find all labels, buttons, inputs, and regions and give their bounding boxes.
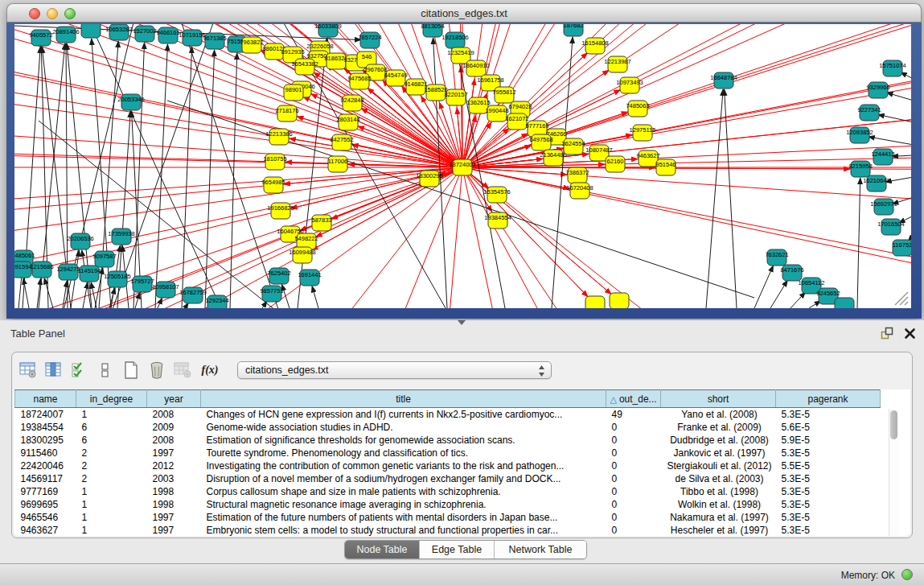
cell-name[interactable]: 9465546 xyxy=(15,511,76,524)
column-header-name[interactable]: name xyxy=(15,390,76,408)
cell-name[interactable]: 19384554 xyxy=(15,421,76,434)
cell-in_degree[interactable]: 1 xyxy=(76,498,147,511)
resize-grip-icon[interactable] xyxy=(892,289,910,307)
cell-name[interactable]: 14569117 xyxy=(15,472,76,485)
cell-year[interactable]: 2009 xyxy=(147,421,201,434)
cell-pagerank[interactable]: 5.3E-5 xyxy=(776,485,881,498)
cell-in_degree[interactable]: 2 xyxy=(76,447,147,459)
cell-out_de[interactable]: 0 xyxy=(606,524,661,537)
cell-name[interactable]: 18300295 xyxy=(15,434,76,447)
table-row[interactable]: 977716911998Corpus callosum shape and si… xyxy=(15,485,881,498)
cell-short[interactable]: Tibbo et al. (1998) xyxy=(661,485,776,498)
cell-title[interactable]: Estimation of significance thresholds fo… xyxy=(201,434,606,447)
cell-pagerank[interactable]: 5.9E-5 xyxy=(776,434,881,447)
cell-year[interactable]: 1998 xyxy=(147,485,201,498)
cell-title[interactable]: Changes of HCN gene expression and I(f) … xyxy=(201,408,606,421)
cell-short[interactable]: Hescheler et al. (1997) xyxy=(661,524,776,537)
cell-short[interactable]: Nakamura et al. (1997) xyxy=(661,511,776,524)
table-row[interactable]: 1938455462009Genome-wide association stu… xyxy=(15,421,881,434)
cell-name[interactable]: 22420046 xyxy=(15,459,76,472)
cell-in_degree[interactable]: 2 xyxy=(76,472,147,485)
cell-out_de[interactable]: 0 xyxy=(606,498,661,511)
cell-out_de[interactable]: 0 xyxy=(606,459,661,472)
cell-name[interactable]: 9463627 xyxy=(15,524,76,537)
table-row[interactable]: 1830029562008Estimation of significance … xyxy=(15,434,881,447)
cell-pagerank[interactable]: 5.5E-5 xyxy=(776,459,881,472)
tab-node-table[interactable]: Node Table xyxy=(345,541,419,558)
cell-year[interactable]: 2008 xyxy=(147,408,201,421)
close-panel-icon[interactable] xyxy=(904,328,916,340)
cell-out_de[interactable]: 0 xyxy=(606,447,661,459)
cell-out_de[interactable]: 0 xyxy=(606,511,661,524)
cell-in_degree[interactable]: 1 xyxy=(76,408,147,421)
cell-pagerank[interactable]: 5.3E-5 xyxy=(776,498,881,511)
splitter-grip-icon[interactable] xyxy=(458,320,466,325)
graph-node[interactable] xyxy=(585,296,605,308)
table-row[interactable]: 2242004622012Investigating the contribut… xyxy=(15,459,881,472)
cell-year[interactable]: 1997 xyxy=(147,524,201,537)
window-titlebar[interactable]: citations_edges.txt xyxy=(6,3,922,23)
table-row[interactable]: 911546021997Tourette syndrome. Phenomeno… xyxy=(15,447,881,459)
function-builder-icon[interactable]: f(x) xyxy=(199,360,221,380)
cell-in_degree[interactable]: 2 xyxy=(76,459,147,472)
float-panel-icon[interactable] xyxy=(881,327,894,340)
graph-node[interactable] xyxy=(610,293,629,308)
cell-short[interactable]: Jankovic et al. (1997) xyxy=(661,447,776,459)
column-header-in_degree[interactable]: in_degree xyxy=(76,390,147,408)
table-row[interactable]: 969969511998Structural magnetic resonanc… xyxy=(15,498,881,511)
cell-title[interactable]: Embryonic stem cells: a model to study s… xyxy=(201,524,606,537)
graph-node[interactable] xyxy=(835,298,854,308)
cell-name[interactable]: 9699695 xyxy=(15,498,76,511)
cell-short[interactable]: Yano et al. (2008) xyxy=(661,408,776,421)
table-row[interactable]: 946362711997Embryonic stem cells: a mode… xyxy=(15,524,881,537)
cell-out_de[interactable]: 0 xyxy=(606,472,661,485)
network-view-window[interactable]: citations_edges.txt 18724007940557220891… xyxy=(6,3,922,319)
cell-pagerank[interactable]: 5.3E-5 xyxy=(776,524,881,537)
cell-title[interactable]: Disruption of a novel member of a sodium… xyxy=(201,472,606,485)
cell-title[interactable]: Tourette syndrome. Phenomenology and cla… xyxy=(201,447,606,459)
cell-pagerank[interactable]: 5.3E-5 xyxy=(776,511,881,524)
cell-out_de[interactable]: 0 xyxy=(606,485,661,498)
cell-pagerank[interactable]: 5.3E-5 xyxy=(776,447,881,459)
table-mode-icon[interactable] xyxy=(18,360,38,380)
cell-name[interactable]: 9777169 xyxy=(15,485,76,498)
cell-title[interactable]: Estimation of the future numbers of pati… xyxy=(201,511,606,524)
graph-node[interactable] xyxy=(81,24,101,38)
rows-icon[interactable] xyxy=(96,360,115,380)
cell-title[interactable]: Corpus callosum shape and size in male p… xyxy=(201,485,606,498)
cell-pagerank[interactable]: 5.6E-5 xyxy=(776,421,881,434)
column-header-title[interactable]: title xyxy=(201,390,606,408)
cell-in_degree[interactable]: 1 xyxy=(76,511,147,524)
column-header-short[interactable]: short xyxy=(661,390,776,408)
tab-network-table[interactable]: Network Table xyxy=(494,541,586,558)
cell-short[interactable]: Stergiakouli et al. (2012) xyxy=(661,459,776,472)
network-canvas[interactable]: 1872400794055722089140610653287152700294… xyxy=(14,24,911,308)
cell-pagerank[interactable]: 5.3E-5 xyxy=(776,472,881,485)
column-header-year[interactable]: year xyxy=(147,390,201,408)
cell-name[interactable]: 9115460 xyxy=(15,447,76,459)
cell-year[interactable]: 1998 xyxy=(147,498,201,511)
cell-out_de[interactable]: 0 xyxy=(606,434,661,447)
column-header-out_de[interactable]: △out_de... xyxy=(606,390,661,408)
cell-out_de[interactable]: 0 xyxy=(606,421,661,434)
cell-title[interactable]: Investigating the contribution of common… xyxy=(201,459,606,472)
cell-title[interactable]: Structural magnetic resonance image aver… xyxy=(201,498,606,511)
cell-year[interactable]: 1997 xyxy=(147,511,201,524)
cell-name[interactable]: 18724007 xyxy=(15,408,76,421)
cell-year[interactable]: 2008 xyxy=(147,434,201,447)
tab-edge-table[interactable]: Edge Table xyxy=(419,541,494,558)
column-header-pagerank[interactable]: pagerank xyxy=(776,390,881,408)
cell-title[interactable]: Genome-wide association studies in ADHD. xyxy=(201,421,606,434)
cell-short[interactable]: Dudbridge et al. (2008) xyxy=(661,434,776,447)
new-column-icon[interactable] xyxy=(121,360,141,380)
cell-in_degree[interactable]: 6 xyxy=(76,434,147,447)
network-graph[interactable]: 1872400794055722089140610653287152700294… xyxy=(14,24,911,308)
cell-short[interactable]: Franke et al. (2009) xyxy=(661,421,776,434)
table-scrollbar[interactable] xyxy=(889,409,899,536)
cell-in_degree[interactable]: 1 xyxy=(76,485,147,498)
cell-year[interactable]: 1997 xyxy=(147,447,201,459)
cell-year[interactable]: 2003 xyxy=(147,472,201,485)
cell-in_degree[interactable]: 6 xyxy=(76,421,147,434)
table-row[interactable]: 1872400712008Changes of HCN gene express… xyxy=(15,408,881,421)
cell-pagerank[interactable]: 5.3E-5 xyxy=(776,408,881,421)
